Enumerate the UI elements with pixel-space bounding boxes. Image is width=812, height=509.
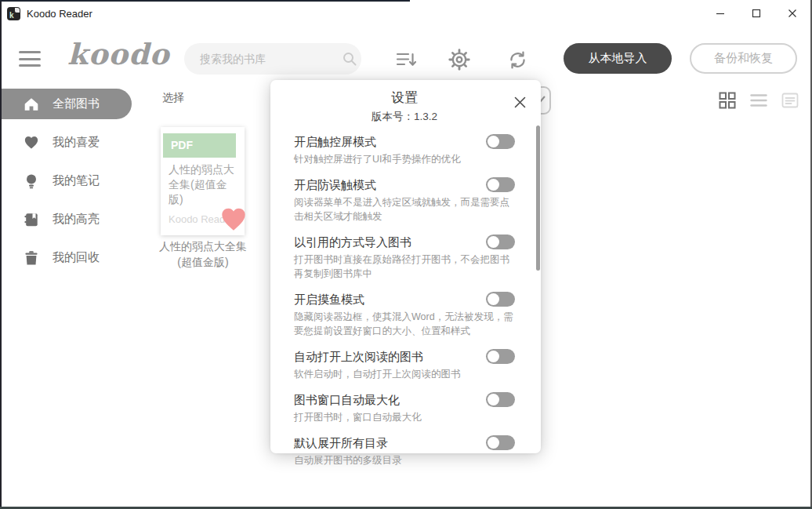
window-border-top [0, 0, 410, 2]
setting-toggle[interactable] [486, 392, 515, 407]
setting-label: 以引用的方式导入图书 [294, 234, 515, 250]
setting-desc: 针对触控屏进行了UI和手势操作的优化 [294, 152, 515, 166]
setting-row: 开启摸鱼模式隐藏阅读器边框，使其混入Word，无法被发现，需要您提前设置好窗口的… [294, 291, 515, 338]
maximize-button[interactable] [738, 2, 774, 25]
highlight-icon [24, 212, 39, 227]
modal-version: 版本号：1.3.2 [294, 110, 515, 124]
book-cover-title: 人性的弱点大全集(超值金版) [169, 162, 241, 207]
book-caption: 人性的弱点大全集(超值金版) [155, 238, 251, 271]
trash-icon [24, 250, 39, 266]
sidebar-item-label: 全部图书 [53, 96, 100, 111]
toggle-knob [488, 394, 499, 405]
sort-icon[interactable] [396, 51, 418, 68]
toolbar: koodo 从本地导入 备份和恢复 [2, 35, 810, 82]
sync-icon[interactable] [507, 49, 528, 71]
settings-list: 开启触控屏模式针对触控屏进行了UI和手势操作的优化开启防误触模式阅读器菜单不是进… [294, 133, 515, 467]
setting-label: 开启摸鱼模式 [294, 291, 515, 307]
setting-label: 自动打开上次阅读的图书 [294, 348, 515, 365]
settings-gear-icon[interactable] [448, 49, 470, 71]
setting-desc: 隐藏阅读器边框，使其混入Word，无法被发现，需要您提前设置好窗口的大小、位置和… [294, 310, 515, 338]
window-controls [702, 2, 810, 25]
toggle-knob [488, 437, 499, 449]
close-window-button[interactable] [774, 2, 810, 25]
setting-toggle[interactable] [486, 177, 515, 192]
heart-icon [24, 135, 39, 151]
sidebar-item-label: 我的笔记 [53, 173, 100, 188]
sidebar-item-favorites[interactable]: 我的喜爱 [2, 127, 154, 158]
toggle-knob [488, 136, 499, 147]
toggle-knob [488, 293, 499, 305]
setting-toggle[interactable] [486, 435, 515, 450]
home-icon [24, 96, 39, 112]
list-view-icon[interactable] [749, 91, 768, 110]
app-logo: koodo [67, 37, 170, 71]
setting-row: 自动打开上次阅读的图书软件启动时，自动打开上次阅读的图书 [294, 348, 515, 381]
select-mode-label[interactable]: 选择 [162, 91, 184, 105]
sidebar-item-label: 我的喜爱 [53, 135, 100, 150]
setting-row: 以引用的方式导入图书打开图书时直接在原始路径打开图书，不会把图书再复制到图书库中 [294, 234, 515, 281]
minimize-button[interactable] [702, 2, 738, 25]
toggle-knob [488, 351, 499, 362]
close-icon[interactable] [512, 94, 527, 110]
setting-label: 图书窗口自动最大化 [294, 391, 515, 408]
grid-view-icon[interactable] [718, 91, 737, 110]
favorite-heart-icon[interactable] [219, 205, 248, 234]
sidebar-item-highlights[interactable]: 我的高亮 [2, 204, 154, 235]
setting-desc: 自动展开图书的多级目录 [294, 453, 515, 467]
toggle-knob [488, 236, 499, 248]
sidebar-item-all-books[interactable]: 全部图书 [2, 89, 132, 119]
window-title: Koodo Reader [27, 8, 92, 20]
view-mode-switcher [718, 91, 799, 110]
modal-title: 设置 [294, 89, 515, 107]
setting-toggle[interactable] [486, 292, 515, 307]
modal-scrollbar-thumb[interactable] [536, 125, 540, 271]
setting-row: 开启触控屏模式针对触控屏进行了UI和手势操作的优化 [294, 133, 515, 166]
search-input[interactable] [200, 53, 342, 65]
backup-restore-button[interactable]: 备份和恢复 [690, 43, 797, 74]
card-view-icon[interactable] [781, 91, 799, 110]
setting-desc: 打开图书时直接在原始路径打开图书，不会把图书再复制到图书库中 [294, 253, 515, 281]
setting-toggle[interactable] [486, 349, 515, 364]
setting-desc: 软件启动时，自动打开上次阅读的图书 [294, 367, 515, 381]
setting-row: 默认展开所有目录自动展开图书的多级目录 [294, 434, 515, 467]
search-icon [342, 51, 357, 67]
sidebar-item-label: 我的高亮 [53, 212, 100, 227]
bulb-icon [24, 173, 39, 189]
menu-icon[interactable] [19, 49, 41, 68]
sidebar-item-label: 我的回收 [53, 250, 100, 265]
setting-desc: 打开图书时，窗口自动最大化 [294, 410, 515, 424]
book-format-badge: PDF [163, 133, 236, 158]
import-local-button[interactable]: 从本地导入 [564, 43, 672, 74]
sidebar-item-recycle-bin[interactable]: 我的回收 [2, 242, 154, 273]
setting-row: 开启防误触模式阅读器菜单不是进入特定区域就触发，而是需要点击相关区域才能触发 [294, 176, 515, 224]
setting-desc: 阅读器菜单不是进入特定区域就触发，而是需要点击相关区域才能触发 [294, 195, 515, 224]
setting-toggle[interactable] [486, 235, 515, 249]
settings-modal: 设置 版本号：1.3.2 开启触控屏模式针对触控屏进行了UI和手势操作的优化开启… [270, 80, 541, 453]
sidebar: 全部图书我的喜爱我的笔记我的高亮我的回收 [2, 89, 154, 281]
setting-toggle[interactable] [486, 134, 515, 149]
app-icon [7, 7, 20, 20]
setting-label: 开启触控屏模式 [294, 133, 515, 150]
setting-label: 开启防误触模式 [294, 176, 515, 193]
book-card[interactable]: PDF 人性的弱点大全集(超值金版) Koodo Read [161, 127, 245, 235]
search-bar[interactable] [184, 43, 361, 75]
sidebar-item-notes[interactable]: 我的笔记 [2, 165, 154, 196]
window-border-left [0, 0, 2, 509]
setting-row: 图书窗口自动最大化打开图书时，窗口自动最大化 [294, 391, 515, 424]
titlebar: Koodo Reader [2, 2, 810, 25]
toggle-knob [488, 179, 499, 191]
app-window: Koodo Reader koodo [0, 0, 812, 509]
setting-label: 默认展开所有目录 [294, 434, 515, 451]
